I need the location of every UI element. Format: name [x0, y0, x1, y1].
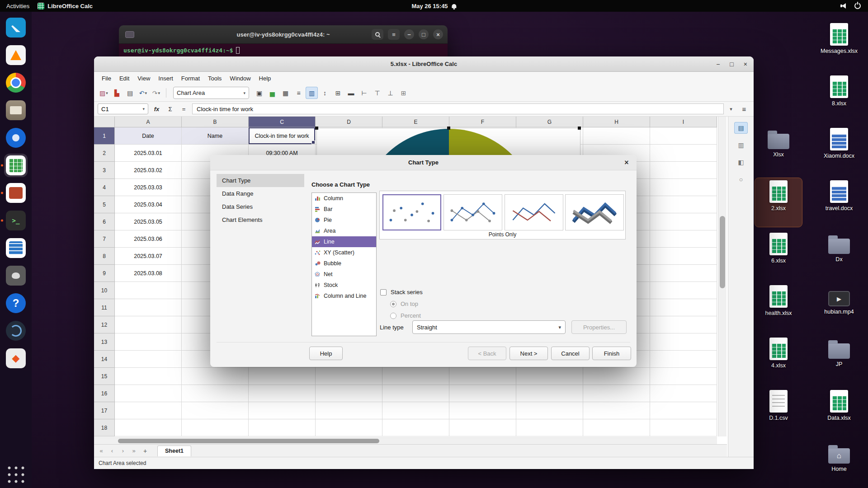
chart-handle-top-center[interactable] [447, 127, 450, 130]
next-button[interactable]: Next > [509, 347, 548, 360]
equals-button[interactable]: = [179, 106, 189, 113]
app-grid-button[interactable] [7, 465, 25, 483]
cell-A7[interactable]: 2025.03.06 [115, 230, 182, 248]
desktop-icon-dx[interactable]: Dx [816, 230, 863, 279]
cell-A9[interactable]: 2025.03.08 [115, 265, 182, 282]
first-sheet-button[interactable]: « [97, 447, 106, 454]
last-sheet-button[interactable]: » [129, 447, 138, 454]
desktop-icon-data-xlsx[interactable]: Data.xlsx [816, 388, 863, 436]
cell-A18[interactable] [115, 419, 182, 436]
column-header-B[interactable]: B [182, 117, 249, 127]
column-header-E[interactable]: E [382, 117, 449, 127]
dock-item-libreoffice-writer[interactable] [4, 236, 28, 260]
cell-A13[interactable] [115, 333, 182, 351]
cell-I12[interactable] [650, 316, 717, 333]
desktop-icon-4-xlsx[interactable]: 4.xlsx [755, 335, 802, 384]
export-pdf-button[interactable]: ▙ [111, 87, 123, 99]
function-wizard-button[interactable]: fx [151, 106, 162, 113]
format-selection-button[interactable]: ▣ [253, 87, 265, 99]
cell-F17[interactable] [449, 402, 516, 419]
cell-A14[interactable] [115, 351, 182, 368]
chart-handle-top-left[interactable] [315, 127, 318, 130]
cell-A10[interactable] [115, 282, 182, 299]
row-header-17[interactable]: 17 [94, 402, 115, 419]
finish-button[interactable]: Finish [592, 347, 631, 360]
desktop-icon-xiaomi-docx[interactable]: Xiaomi.docx [816, 126, 863, 174]
sidebar-navigator-tab[interactable]: ○ [734, 174, 748, 185]
properties-button[interactable]: Properties... [571, 320, 627, 334]
desktop-icon-6-xlsx[interactable]: 6.xlsx [755, 230, 802, 279]
cell-E15[interactable] [382, 368, 449, 385]
dock-item-help[interactable]: ? [4, 291, 28, 315]
previous-sheet-button[interactable]: ‹ [108, 447, 117, 454]
terminal-maximize-button[interactable]: □ [419, 29, 429, 39]
subtype-points-only[interactable] [382, 194, 441, 230]
dock-item-software-center[interactable]: ◆ [4, 347, 28, 370]
row-header-5[interactable]: 5 [94, 196, 115, 213]
cell-I9[interactable] [650, 265, 717, 282]
cell-A11[interactable] [115, 299, 182, 316]
desktop-icon-2-xlsx[interactable]: 2.xlsx [755, 178, 802, 227]
cell-E16[interactable] [382, 385, 449, 402]
cell-I17[interactable] [650, 402, 717, 419]
cell-C1[interactable]: Clock-in time for work [249, 127, 316, 145]
cell-F16[interactable] [449, 385, 516, 402]
chart-type-area[interactable]: Area [312, 225, 376, 236]
column-header-D[interactable]: D [316, 117, 382, 127]
cell-C15[interactable] [249, 368, 316, 385]
step-data-series[interactable]: Data Series [217, 200, 304, 213]
dialog-titlebar[interactable]: Chart Type × [210, 155, 637, 170]
add-sheet-button[interactable]: + [140, 447, 150, 455]
cell-I14[interactable] [650, 351, 717, 368]
horizontal-grids-button[interactable]: ≡ [292, 87, 305, 99]
dock-item-settings[interactable] [4, 319, 28, 343]
expand-formula-bar-icon[interactable]: ▾ [727, 106, 735, 112]
cell-H16[interactable] [583, 385, 650, 402]
cell-A2[interactable]: 2025.03.01 [115, 145, 182, 162]
column-header-I[interactable]: I [650, 117, 717, 127]
row-header-13[interactable]: 13 [94, 333, 115, 351]
cell-B15[interactable] [182, 368, 249, 385]
cell-G17[interactable] [516, 402, 583, 419]
volume-icon[interactable] [840, 3, 847, 9]
chart-type-pie[interactable]: Pie [312, 215, 376, 225]
dock-item-libreoffice-calc[interactable] [4, 154, 28, 177]
cell-I11[interactable] [650, 299, 717, 316]
cell-C18[interactable] [249, 419, 316, 436]
step-chart-elements[interactable]: Chart Elements [217, 213, 304, 226]
dialog-close-button[interactable]: × [622, 158, 632, 168]
cell-A1[interactable]: Date [115, 127, 182, 145]
vertical-scrollbar-thumb[interactable] [720, 216, 725, 288]
redo-button[interactable]: ↷▾ [150, 87, 162, 99]
column-header-G[interactable]: G [516, 117, 583, 127]
on-top-radio[interactable] [390, 301, 396, 307]
cancel-button[interactable]: Cancel [551, 347, 590, 360]
desktop-icon-health-xlsx[interactable]: health.xlsx [755, 283, 802, 332]
cell-D16[interactable] [316, 385, 382, 402]
cell-A16[interactable] [115, 385, 182, 402]
cell-A8[interactable]: 2025.03.07 [115, 248, 182, 265]
cell-A17[interactable] [115, 402, 182, 419]
cell-I18[interactable] [650, 419, 717, 436]
cell-E18[interactable] [382, 419, 449, 436]
formula-input[interactable]: Clock-in time for work [192, 103, 724, 114]
cell-C16[interactable] [249, 385, 316, 402]
column-header-F[interactable]: F [449, 117, 516, 127]
terminal-search-button[interactable] [372, 29, 383, 40]
column-header-A[interactable]: A [115, 117, 182, 127]
cell-I1[interactable] [650, 127, 717, 145]
cell-B1[interactable]: Name [182, 127, 249, 145]
line-type-select[interactable]: Straight ▾ [412, 320, 566, 334]
subtype-lines-only[interactable] [505, 194, 563, 230]
dock-item-files[interactable] [4, 99, 28, 122]
cell-G16[interactable] [516, 385, 583, 402]
dock-item-terminal[interactable]: >_ [4, 209, 28, 232]
sum-button[interactable]: Σ [165, 106, 175, 113]
cell-C17[interactable] [249, 402, 316, 419]
cell-A5[interactable]: 2025.03.04 [115, 196, 182, 213]
calc-minimize-button[interactable]: − [716, 61, 720, 68]
chart-type-bubble[interactable]: Bubble [312, 258, 376, 269]
data-table-button[interactable]: ▦ [279, 87, 292, 99]
horizontal-scrollbar-thumb[interactable] [118, 439, 379, 443]
dock-item-gimp[interactable] [4, 264, 28, 287]
